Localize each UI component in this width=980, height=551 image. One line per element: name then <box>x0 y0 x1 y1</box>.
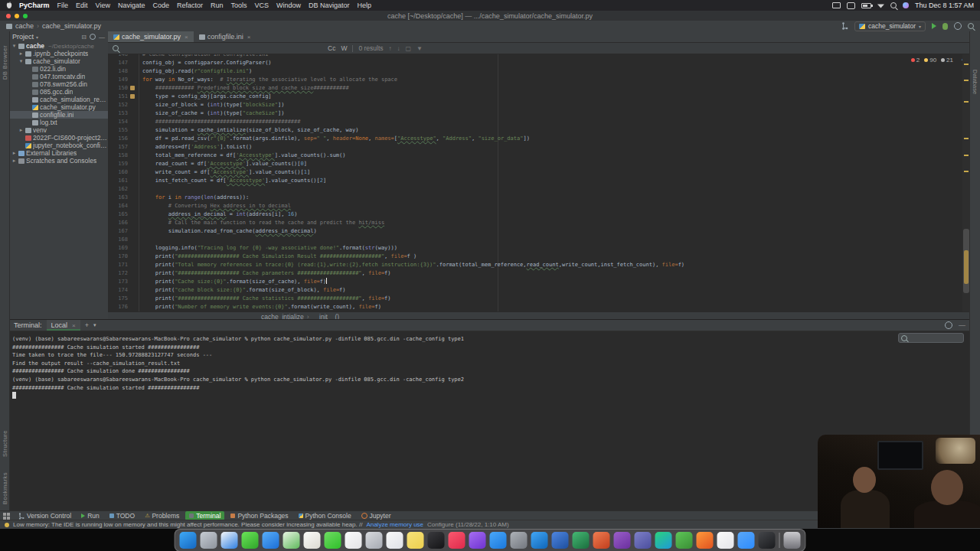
dock-icon-firefox[interactable] <box>697 532 714 549</box>
dock-icon-podcasts[interactable] <box>469 532 486 549</box>
code-line[interactable]: 149for way in No_of_ways: # Iterating th… <box>108 76 970 84</box>
code-line[interactable]: 174 print("cache block size:{0}".format(… <box>108 286 970 295</box>
code-line[interactable]: 154 ####################################… <box>108 118 970 126</box>
siri-icon[interactable] <box>903 2 909 8</box>
dock-icon-onenote[interactable] <box>614 532 631 549</box>
hide-panel-icon[interactable]: — <box>99 34 105 41</box>
terminal-settings-icon[interactable] <box>945 321 952 329</box>
new-terminal-tab-button[interactable]: + <box>85 321 89 329</box>
dock-icon-notes[interactable] <box>407 532 424 549</box>
dock-icon-reminders[interactable] <box>387 532 403 549</box>
editor-tab-cache-simulator-py[interactable]: cache_simulator.py× <box>108 31 194 42</box>
dock-icon-zoom[interactable] <box>738 532 755 549</box>
dock-icon-app-store[interactable] <box>490 532 507 549</box>
dock-icon-photos[interactable] <box>304 532 321 549</box>
project-panel-title[interactable]: Project <box>12 33 34 41</box>
find-input[interactable] <box>124 44 322 53</box>
tree-item-log-txt[interactable]: log.txt <box>9 119 108 126</box>
dock-icon-calendar[interactable] <box>345 532 362 549</box>
whole-words-toggle[interactable]: W <box>341 44 347 52</box>
code-line[interactable]: 147config_obj = configparser.ConfigParse… <box>108 59 970 67</box>
tree-item--ipynb-checkpoints[interactable]: ▸.ipynb_checkpoints <box>9 50 108 57</box>
filter-icon[interactable]: ▼ <box>416 45 423 52</box>
tree-item-cache[interactable]: ▾cache~/Desktop/cache <box>9 42 108 50</box>
code-line[interactable]: 161 inst_fetch_count = df['Accesstype'].… <box>108 177 970 185</box>
code-line[interactable]: 157 address=df['Address'].toList() <box>108 143 970 152</box>
menu-vcs[interactable]: VCS <box>255 2 270 9</box>
close-window-button[interactable] <box>6 14 11 18</box>
close-tab-icon[interactable]: × <box>247 34 251 41</box>
menu-file[interactable]: File <box>57 2 69 9</box>
breadcrumb-cache[interactable]: cache <box>15 22 34 30</box>
code-line[interactable]: 171 print("Total memory references in tr… <box>108 261 970 269</box>
code-line[interactable]: 159 read_count = df['Accesstype'].value_… <box>108 160 970 168</box>
dock-icon-launchpad[interactable] <box>201 532 217 549</box>
dock-icon-safari[interactable] <box>221 532 238 549</box>
dock-icon-system-preferences[interactable] <box>511 532 528 549</box>
toolwindow-database[interactable]: Database <box>972 70 978 94</box>
run-configuration-select[interactable]: cache_simulator ▾ <box>854 21 926 31</box>
debug-button[interactable] <box>942 23 948 30</box>
menu-code[interactable]: Code <box>152 2 169 9</box>
tree-item-cache-simulator[interactable]: ▾cache_simulator <box>9 57 108 65</box>
dock-icon-anaconda[interactable] <box>676 532 693 549</box>
minimize-window-button[interactable] <box>15 14 19 18</box>
tree-item-078-swm256-din[interactable]: 078.swm256.din <box>9 80 108 88</box>
code-line[interactable]: 164 # Converting Hex address in to decim… <box>108 202 970 210</box>
dock-icon-music[interactable] <box>449 532 466 549</box>
match-case-toggle[interactable]: Cc <box>328 44 335 52</box>
menu-view[interactable]: View <box>96 2 110 9</box>
dock-icon-vscode[interactable] <box>531 532 548 549</box>
tree-item-085-gcc-din[interactable]: 085.gcc.din <box>9 88 108 96</box>
close-tab-icon[interactable]: × <box>185 34 188 41</box>
dock-icon-powerpoint[interactable] <box>593 532 610 549</box>
dock-icon-excel[interactable] <box>573 532 590 549</box>
tree-item-022-li-din[interactable]: 022.li.din <box>9 65 108 73</box>
breadcrumb-cache-simulator-py[interactable]: cache_simulator.py <box>42 22 101 30</box>
inspections-widget[interactable]: 29021 <box>911 57 953 64</box>
code-line[interactable]: 166 # Call the main function to read the… <box>108 219 970 227</box>
code-line[interactable]: 160 write_count = df['Accesstype'].value… <box>108 168 970 177</box>
code-line[interactable]: 175 print("################### Cache sta… <box>108 295 970 303</box>
dock-icon-terminal[interactable] <box>759 532 776 549</box>
dock-icon-facetime[interactable] <box>325 532 341 549</box>
toolwindow-structure[interactable]: Structure <box>2 430 8 457</box>
wifi-icon[interactable] <box>877 3 884 8</box>
code-line[interactable]: 170 print("################### Cache Sim… <box>108 253 970 261</box>
tree-item-2022f-cis600-project2-pdf[interactable]: 2022F-CIS600-project2.pdf <box>9 134 108 142</box>
battery-icon[interactable] <box>861 3 871 8</box>
code-line[interactable]: 162 <box>108 185 970 194</box>
code-line[interactable]: 169 logging.info("Tracing log for {0} -w… <box>108 244 970 253</box>
dock-icon-slack[interactable] <box>717 532 734 549</box>
code-line[interactable]: 176 print("Number of memory write events… <box>108 303 970 311</box>
code-line[interactable]: 155 simulation = cache_intialize(size_of… <box>108 126 970 135</box>
menu-run[interactable]: Run <box>211 2 224 9</box>
code-line[interactable]: 163 for i in range(len(address)): <box>108 194 970 202</box>
terminal-search-input[interactable] <box>910 334 961 342</box>
code-editor[interactable]: 146# cache configuration in configfile.i… <box>108 54 970 311</box>
tool-window-switcher-icon[interactable] <box>3 513 10 520</box>
control-center-icon[interactable] <box>847 2 855 9</box>
code-line[interactable]: 158 total_mem_reference = df['Accesstype… <box>108 152 970 160</box>
terminal-output[interactable]: (venv) (base) sabareeswarans@Sabareeswar… <box>9 331 970 401</box>
editor-tab-configfile-ini[interactable]: configfile.ini× <box>194 31 256 42</box>
code-line[interactable]: 148config_obj.read(r"configfile.ini") <box>108 67 970 76</box>
code-line[interactable]: 173 print("Cache size:{0}".format(size_o… <box>108 278 970 286</box>
configure-link[interactable]: Configure (11/28/22, 1:10 AM) <box>427 521 509 528</box>
code-line[interactable]: 165 address_in_decimal = int(address[i],… <box>108 210 970 219</box>
collapse-all-icon[interactable]: ⊟ <box>81 34 87 41</box>
dock-icon-mail[interactable] <box>263 532 279 549</box>
code-line[interactable]: 153 size_of_cache = (int)(type["cacheSiz… <box>108 109 970 118</box>
tree-item-jupyter-notebook-config-py[interactable]: jupyter_notebook_config.py <box>9 142 108 149</box>
spotlight-icon[interactable] <box>890 2 897 8</box>
dock-icon-finder[interactable] <box>180 532 197 549</box>
code-line[interactable]: 152 size_of_block = (int)(type["blockSiz… <box>108 101 970 109</box>
menu-refactor[interactable]: Refactor <box>177 2 203 9</box>
menu-navigate[interactable]: Navigate <box>118 2 145 9</box>
code-line[interactable]: 172 print("################### Cache par… <box>108 269 970 278</box>
analyze-memory-link[interactable]: Analyze memory use <box>366 521 423 528</box>
code-line[interactable]: 167 simulation.read_from_cache(address_i… <box>108 227 970 236</box>
dock-icon-word[interactable] <box>552 532 569 549</box>
previous-occurrence-icon[interactable]: ↑ <box>389 45 392 52</box>
search-everywhere-icon[interactable] <box>968 23 974 29</box>
